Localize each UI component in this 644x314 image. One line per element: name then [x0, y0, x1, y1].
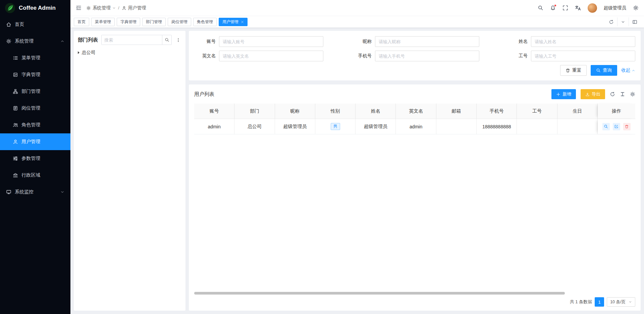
tab-home[interactable]: 首页 — [74, 18, 89, 26]
view-row-icon[interactable] — [602, 123, 610, 130]
chevron-down-icon — [629, 300, 632, 304]
tab-label: 岗位管理 — [171, 19, 187, 25]
sidebar-submenu-system: 菜单管理 字典管理 部门管理 岗位管理 角色管理 — [0, 50, 70, 184]
department-panel-title: 部门列表 — [78, 37, 98, 43]
sidebar-item-label: 岗位管理 — [21, 105, 40, 111]
tab-role-mgmt[interactable]: 角色管理 — [193, 18, 217, 26]
layout-toggle-icon[interactable] — [629, 17, 641, 26]
pagination-page-1[interactable]: 1 — [595, 297, 604, 307]
row-density-icon[interactable] — [620, 91, 625, 97]
tree-node-root[interactable]: 总公司 — [78, 50, 181, 56]
tab-label: 用户管理 — [222, 19, 238, 25]
sidebar-group-monitor[interactable]: 系统监控 — [0, 184, 70, 200]
name-input[interactable] — [531, 36, 635, 47]
notification-bell-icon[interactable] — [550, 5, 556, 11]
tab-menu-mgmt[interactable]: 菜单管理 — [91, 18, 115, 26]
tab-user-mgmt[interactable]: 用户管理 — [219, 18, 248, 26]
chevron-down-icon[interactable] — [617, 17, 629, 26]
sidebar-group-system[interactable]: 系统管理 — [0, 33, 70, 50]
tabbar-actions — [605, 17, 641, 26]
field-account: 账号 — [194, 36, 323, 47]
column-settings-gear-icon[interactable] — [630, 91, 635, 97]
plus-icon — [556, 92, 560, 97]
sidebar-item-label: 行政区域 — [21, 172, 40, 178]
topbar-actions: 超级管理员 — [538, 3, 639, 13]
delete-row-icon[interactable] — [623, 123, 631, 130]
sidebar-item-dept-mgmt[interactable]: 部门管理 — [0, 83, 70, 100]
search-button[interactable]: 查询 — [591, 65, 617, 76]
sidebar-item-role-mgmt[interactable]: 角色管理 — [0, 117, 70, 133]
refresh-icon[interactable] — [605, 17, 617, 26]
sidebar-item-label: 角色管理 — [21, 122, 40, 128]
sidebar-item-label: 参数管理 — [21, 155, 40, 162]
close-icon[interactable] — [241, 20, 244, 23]
field-label: 工号 — [506, 53, 528, 59]
column-header-phone: 手机号 — [477, 104, 517, 119]
breadcrumb-system[interactable]: 系统管理 — [86, 5, 116, 11]
english-name-input[interactable] — [219, 51, 323, 61]
current-user-name[interactable]: 超级管理员 — [604, 5, 627, 11]
translate-icon[interactable] — [575, 5, 581, 11]
table-row[interactable]: admin 总公司 超级管理员 男 超级管理员 admin 1888888888… — [194, 119, 635, 134]
cell-birthday — [557, 119, 598, 134]
field-nickname: 昵称 — [350, 36, 479, 47]
refresh-icon[interactable] — [610, 91, 615, 97]
users-icon — [13, 122, 18, 128]
filter-grid: 账号 昵称 姓名 英文名 — [194, 36, 635, 61]
breadcrumb-separator: / — [118, 5, 119, 10]
sidebar-item-region-mgmt[interactable]: 行政区域 — [0, 167, 70, 184]
gear-icon — [6, 39, 11, 44]
add-label: 新增 — [562, 91, 571, 97]
settings-gear-icon[interactable] — [633, 5, 639, 11]
more-options-icon[interactable] — [175, 37, 181, 43]
chevron-down-icon — [60, 190, 64, 194]
fullscreen-icon[interactable] — [562, 5, 568, 11]
sidebar-item-user-mgmt[interactable]: 用户管理 — [0, 133, 70, 150]
menu-fold-icon[interactable] — [76, 5, 82, 11]
horizontal-scrollbar-thumb[interactable] — [194, 292, 565, 295]
table-empty-area — [194, 134, 635, 292]
gender-badge: 男 — [331, 123, 340, 130]
tab-label: 首页 — [77, 19, 86, 25]
collapse-filter-link[interactable]: 收起 — [621, 67, 635, 73]
work-no-input[interactable] — [531, 51, 635, 61]
account-input[interactable] — [219, 36, 323, 47]
tab-label: 角色管理 — [197, 19, 213, 25]
right-column: 账号 昵称 姓名 英文名 — [189, 31, 641, 311]
cell-dept: 总公司 — [234, 119, 275, 134]
tree-expand-caret-icon[interactable] — [78, 51, 79, 54]
nickname-input[interactable] — [375, 36, 479, 47]
monitor-icon — [6, 189, 11, 195]
department-search-input[interactable] — [102, 35, 162, 45]
sidebar-item-dict-mgmt[interactable]: 字典管理 — [0, 66, 70, 83]
reset-button[interactable]: 重置 — [560, 65, 587, 76]
search-icon[interactable] — [162, 35, 171, 45]
org-chart-icon — [13, 89, 18, 94]
tab-dept-mgmt[interactable]: 部门管理 — [142, 18, 166, 26]
export-button[interactable]: 导出 — [581, 89, 605, 99]
brand-logo: Coffee Admin — [0, 0, 70, 16]
search-label: 查询 — [603, 67, 612, 73]
user-icon — [13, 139, 18, 144]
tabbar: 首页 菜单管理 字典管理 部门管理 岗位管理 角色管理 用户管理 — [70, 16, 644, 27]
coffee-leaf-logo-icon — [5, 3, 15, 13]
phone-input[interactable] — [375, 51, 479, 61]
column-header-english-name: 英文名 — [396, 104, 436, 119]
edit-row-icon[interactable] — [613, 123, 620, 130]
picture-icon — [13, 72, 18, 77]
search-icon[interactable] — [538, 5, 543, 11]
tab-post-mgmt[interactable]: 岗位管理 — [168, 18, 191, 26]
tree-node-label: 总公司 — [82, 50, 96, 56]
sidebar-item-param-mgmt[interactable]: 参数管理 — [0, 150, 70, 167]
sidebar-item-menu-mgmt[interactable]: 菜单管理 — [0, 50, 70, 66]
reset-label: 重置 — [572, 67, 581, 73]
sidebar-item-post-mgmt[interactable]: 岗位管理 — [0, 100, 70, 117]
avatar[interactable] — [588, 3, 597, 13]
sidebar-item-home[interactable]: 首页 — [0, 16, 70, 33]
table-header-row: 账号 部门 昵称 性别 姓名 英文名 邮箱 手机号 工号 生日 操作 — [194, 104, 635, 119]
add-button[interactable]: 新增 — [551, 89, 576, 99]
gear-icon — [86, 6, 91, 10]
page-size-select[interactable]: 10 条/页 — [607, 297, 635, 307]
sidebar: Coffee Admin 首页 系统管理 菜单管理 字典管理 — [0, 0, 70, 314]
tab-dict-mgmt[interactable]: 字典管理 — [117, 18, 140, 26]
